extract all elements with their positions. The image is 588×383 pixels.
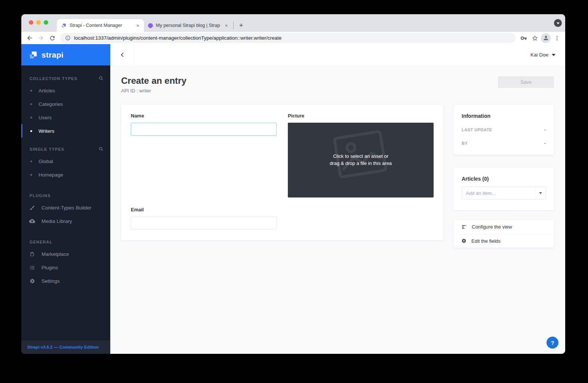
sliders-icon	[461, 224, 467, 230]
section-label-collection-types: COLLECTION TYPES	[30, 76, 77, 81]
brush-icon	[29, 205, 35, 211]
browser-menu-button[interactable]	[552, 33, 562, 43]
close-window-button[interactable]	[29, 20, 33, 25]
picture-label: Picture	[288, 113, 434, 119]
select-arrow-button[interactable]	[535, 187, 545, 199]
tab-close-icon[interactable]: ×	[223, 22, 230, 29]
add-article-select[interactable]	[462, 187, 546, 200]
password-manager-button[interactable]	[518, 33, 529, 43]
cloud-upload-icon	[29, 218, 35, 224]
star-icon	[532, 35, 538, 42]
search-icon[interactable]	[99, 147, 104, 151]
page-title: Create an entry	[121, 76, 187, 86]
tab-search-button[interactable]	[554, 19, 562, 27]
strapi-logo[interactable]: strapi	[21, 44, 110, 65]
strapi-logo-icon	[28, 50, 38, 60]
sidebar-item-label: Users	[39, 115, 52, 120]
sidebar-item-categories[interactable]: Categories	[21, 97, 110, 111]
configure-view-label: Configure the view	[472, 224, 512, 230]
name-input[interactable]	[131, 123, 277, 136]
tab-strapi-blog[interactable]: My personal Strapi blog | Strap ×	[144, 19, 233, 32]
bullet-icon	[30, 130, 32, 132]
email-label: Email	[131, 207, 277, 212]
save-button[interactable]: Save	[498, 76, 554, 88]
picture-dropzone[interactable]: Click to select an asset or drag & drop …	[288, 123, 434, 197]
last-update-label: LAST UPDATE	[462, 128, 492, 132]
sidebar-item-global[interactable]: Global	[21, 154, 110, 168]
user-name: Kai Doe	[530, 52, 548, 58]
email-input[interactable]	[131, 217, 277, 230]
logo-text: strapi	[41, 50, 64, 59]
sidebar-item-settings[interactable]: Settings	[21, 274, 110, 288]
sidebar-item-media-library[interactable]: Media Library	[21, 214, 110, 228]
sidebar-item-label: Homepage	[39, 172, 63, 178]
page-content: Create an entry API ID : writer Save Nam…	[110, 65, 565, 354]
sidebar-item-label: Settings	[41, 278, 60, 284]
by-value: -	[544, 140, 546, 146]
edit-fields-label: Edit the fields	[471, 238, 501, 244]
browser-window: Strapi - Content Manager × My personal S…	[21, 14, 565, 354]
right-panel: Information LAST UPDATE - BY - Arti	[453, 105, 554, 248]
reload-button[interactable]	[47, 33, 57, 43]
back-navigation-button[interactable]	[110, 44, 135, 65]
tab-title: Strapi - Content Manager	[70, 23, 132, 28]
main-area: Kai Doe Create an entry API ID : writer …	[110, 44, 565, 354]
page-info-icon[interactable]	[65, 35, 71, 41]
sidebar-item-content-types-builder[interactable]: Content-Types Builder	[21, 201, 110, 214]
strapi-version-link[interactable]: Strapi v3.6.2 — Community Edition	[21, 340, 110, 354]
tab-close-icon[interactable]: ×	[135, 22, 141, 29]
sidebar-nav: COLLECTION TYPES Articles Categories Use…	[21, 65, 110, 340]
view-links-card: Configure the view Edit the fields	[453, 220, 554, 248]
sidebar-item-label: Global	[39, 159, 53, 164]
dropzone-text-line1: Click to select an asset or	[330, 153, 392, 160]
section-label-plugins: PLUGINS	[30, 193, 51, 198]
forward-button[interactable]	[36, 33, 46, 43]
sidebar-item-label: Writers	[39, 128, 55, 134]
section-label-general: GENERAL	[30, 240, 52, 244]
sidebar-item-plugins[interactable]: Plugins	[21, 261, 110, 274]
by-row: BY -	[462, 140, 546, 146]
bullet-icon	[30, 90, 32, 92]
back-button[interactable]	[25, 33, 35, 43]
help-button[interactable]: ?	[547, 337, 558, 349]
sidebar-item-articles[interactable]: Articles	[21, 84, 110, 97]
sidebar: strapi COLLECTION TYPES Articles Categor…	[21, 44, 110, 354]
sidebar-item-homepage[interactable]: Homepage	[21, 168, 110, 181]
sidebar-item-writers[interactable]: Writers	[21, 124, 110, 138]
address-bar[interactable]: localhost:1337/admin/plugins/content-man…	[60, 33, 515, 43]
reload-icon	[49, 35, 56, 42]
sidebar-item-label: Content-Types Builder	[41, 205, 92, 211]
url-text[interactable]: localhost:1337/admin/plugins/content-man…	[74, 35, 281, 41]
tab-title: My personal Strapi blog | Strap	[156, 23, 220, 28]
articles-title: Articles (0)	[462, 176, 546, 182]
configure-view-link[interactable]: Configure the view	[453, 220, 554, 234]
entry-form-card: Name Picture	[121, 105, 443, 240]
tab-strapi-content-manager[interactable]: Strapi - Content Manager ×	[57, 19, 144, 32]
sidebar-item-label: Plugins	[41, 265, 58, 270]
search-icon[interactable]	[99, 76, 104, 81]
zoom-window-button[interactable]	[44, 20, 48, 25]
dropzone-text-line2: drag & drop a file in this area	[330, 160, 392, 167]
person-icon	[543, 35, 549, 41]
edit-fields-link[interactable]: Edit the fields	[453, 234, 554, 248]
sidebar-item-marketplace[interactable]: Marketplace	[21, 247, 110, 261]
minimize-window-button[interactable]	[36, 20, 41, 25]
add-article-input[interactable]	[462, 187, 535, 199]
more-vert-icon	[554, 35, 560, 41]
blog-favicon-icon	[148, 23, 153, 28]
sidebar-item-label: Categories	[39, 101, 63, 107]
bookmark-button[interactable]	[530, 33, 540, 43]
sidebar-item-users[interactable]: Users	[21, 111, 110, 124]
section-label-single-types: SINGLE TYPES	[30, 147, 64, 151]
browser-toolbar: localhost:1337/admin/plugins/content-man…	[21, 32, 565, 44]
by-label: BY	[462, 141, 468, 145]
new-tab-button[interactable]: +	[236, 21, 246, 30]
app-header: Kai Doe	[110, 44, 565, 65]
page-subtitle: API ID : writer	[121, 88, 187, 94]
email-field-group: Email	[131, 207, 277, 230]
bullet-icon	[30, 103, 32, 105]
tab-strip: Strapi - Content Manager × My personal S…	[21, 14, 565, 32]
browser-profile-button[interactable]	[541, 33, 551, 43]
list-icon	[29, 265, 35, 270]
user-menu[interactable]: Kai Doe	[530, 52, 565, 58]
